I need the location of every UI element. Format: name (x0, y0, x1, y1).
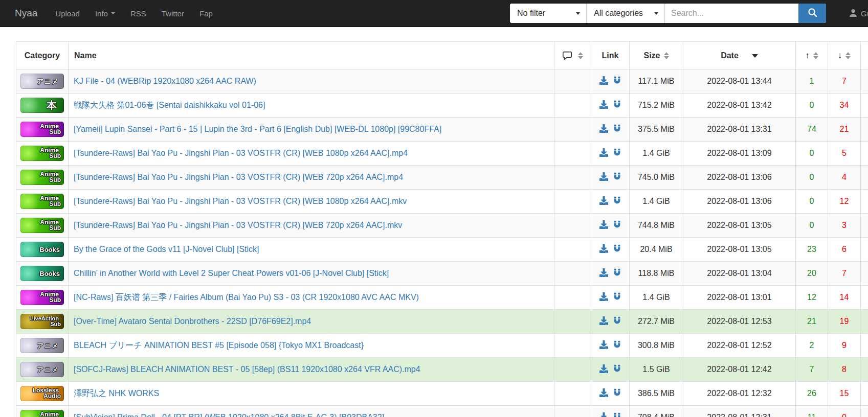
leechers-cell: 7 (828, 262, 861, 286)
torrent-name-link[interactable]: [Tsundere-Raws] Bai Yao Pu - Jingshi Pia… (74, 149, 408, 157)
download-icon[interactable] (599, 292, 608, 303)
torrent-name-link[interactable]: [Tsundere-Raws] Bai Yao Pu - Jingshi Pia… (74, 197, 407, 205)
date-cell: 2022-08-01 13:42 (683, 94, 796, 118)
torrent-name-link[interactable]: [NC-Raws] 百妖谱 第三季 / Fairies Album (Bai Y… (74, 293, 419, 302)
magnet-icon[interactable] (613, 148, 621, 159)
category-select[interactable]: All categories (587, 4, 665, 23)
magnet-icon[interactable] (613, 196, 621, 207)
magnet-icon[interactable] (613, 364, 621, 375)
magnet-icon[interactable] (613, 268, 621, 279)
download-icon[interactable] (599, 364, 608, 375)
nav-item-fap[interactable]: Fap (192, 0, 220, 27)
category-icon[interactable]: Books (20, 242, 64, 257)
magnet-icon[interactable] (613, 100, 621, 111)
seeders-cell: 0 (796, 166, 828, 190)
magnet-icon[interactable] (613, 76, 621, 87)
magnet-icon[interactable] (613, 220, 621, 231)
torrent-name-link[interactable]: 戦隊大失格 第01-06巻 [Sentai daishikkaku vol 01… (74, 101, 265, 109)
category-icon[interactable]: AnimeSub (20, 194, 64, 209)
magnet-icon[interactable] (613, 244, 621, 255)
download-icon[interactable] (599, 124, 608, 135)
torrent-name-link[interactable]: [Tsundere-Raws] Bai Yao Pu - Jingshi Pia… (74, 221, 402, 229)
nav-item-upload[interactable]: Upload (48, 0, 87, 27)
category-icon[interactable]: LosslessAudio (20, 386, 64, 401)
table-row: AnimeSub [Tsundere-Raws] Bai Yao Pu - Ji… (16, 166, 868, 190)
seeders-cell: 21 (796, 310, 828, 334)
download-icon[interactable] (599, 316, 608, 327)
category-icon[interactable]: Books (20, 266, 64, 281)
completed-cell (861, 214, 868, 238)
category-icon[interactable]: AnimeSub (20, 218, 64, 233)
torrent-name-link[interactable]: [SOFCJ-Raws] BLEACH ANIMATION BEST - 05 … (74, 365, 420, 374)
download-icon[interactable] (599, 340, 608, 351)
torrent-name-link[interactable]: [Yameii] Lupin Sansei - Part 6 - 15 | Lu… (74, 125, 441, 133)
download-icon[interactable] (599, 220, 608, 231)
download-icon[interactable] (599, 244, 608, 255)
header-date[interactable]: Date (683, 42, 796, 70)
category-icon[interactable]: AnimeSub (20, 122, 64, 137)
header-comments[interactable] (554, 42, 591, 70)
completed-cell (861, 142, 868, 166)
download-icon[interactable] (599, 388, 608, 399)
torrent-list: Category Name Link Size Date (16, 41, 868, 417)
category-cell: AnimeSub (16, 190, 69, 214)
torrent-name-link[interactable]: Chillin’ in Another World with Level 2 S… (74, 269, 389, 277)
magnet-icon[interactable] (613, 340, 621, 351)
link-cell (591, 166, 630, 190)
torrent-name-link[interactable]: [SubVision] Prima Doll - 04 [PT-BR] (WEB… (74, 413, 384, 417)
category-icon[interactable]: アニメ (20, 362, 64, 377)
download-icon[interactable] (599, 412, 608, 417)
category-icon[interactable]: AnimeSub (20, 170, 64, 185)
magnet-icon[interactable] (613, 316, 621, 327)
name-cell: Chillin’ in Another World with Level 2 S… (69, 262, 554, 286)
filter-select[interactable]: No filter (510, 4, 587, 23)
nav-item-rss[interactable]: RSS (123, 0, 154, 27)
torrent-name-link[interactable]: KJ File - 04 (WEBRip 1920x1080 x264 AAC … (74, 77, 256, 85)
torrent-name-link[interactable]: By the Grace of the Gods v11 [J-Novel Cl… (74, 245, 259, 253)
category-icon[interactable]: アニメ (20, 74, 64, 89)
header-seeders[interactable]: ↑ (796, 42, 828, 70)
completed-cell (861, 94, 868, 118)
link-cell (591, 142, 630, 166)
torrent-name-link[interactable]: [Tsundere-Raws] Bai Yao Pu - Jingshi Pia… (74, 173, 403, 181)
link-cell (591, 286, 630, 310)
download-icon[interactable] (599, 172, 608, 183)
header-leechers[interactable]: ↓ (828, 42, 861, 70)
category-cell: AnimeSub (16, 166, 69, 190)
download-icon[interactable] (599, 196, 608, 207)
magnet-icon[interactable] (613, 388, 621, 399)
category-icon[interactable]: 本 (20, 98, 64, 113)
magnet-icon[interactable] (613, 172, 621, 183)
download-icon[interactable] (599, 76, 608, 87)
size-cell: 744.8 MiB (630, 214, 683, 238)
magnet-icon[interactable] (613, 412, 621, 417)
category-icon[interactable]: アニメ (20, 338, 64, 353)
download-icon[interactable] (599, 268, 608, 279)
completed-cell (861, 190, 868, 214)
sort-arrows-icon (578, 52, 583, 59)
download-icon[interactable] (599, 148, 608, 159)
comments-cell (554, 382, 591, 406)
search-button[interactable] (798, 4, 826, 23)
header-size[interactable]: Size (630, 42, 683, 70)
brand-link[interactable]: Nyaa (15, 8, 37, 19)
torrent-name-link[interactable]: 澤野弘之 NHK WORKS (74, 389, 159, 398)
category-icon[interactable]: LiveActionSub (20, 314, 64, 329)
user-menu[interactable]: Guest (849, 0, 868, 27)
magnet-icon[interactable] (613, 292, 621, 303)
nav-item-twitter[interactable]: Twitter (154, 0, 192, 27)
down-arrow-icon: ↓ (838, 51, 842, 60)
seeders-cell: 0 (796, 142, 828, 166)
torrent-name-link[interactable]: [Over-Time] Avataro Sentai Donbrothers -… (74, 317, 311, 326)
magnet-icon[interactable] (613, 124, 621, 135)
search-input[interactable] (665, 4, 798, 23)
seeders-cell: 0 (796, 214, 828, 238)
category-icon[interactable]: AnimeSub (20, 410, 64, 417)
nav-item-info[interactable]: Info (87, 0, 123, 27)
category-icon[interactable]: AnimeSub (20, 146, 64, 161)
link-cell (591, 310, 630, 334)
seeders-cell: 1 (796, 70, 828, 94)
torrent-name-link[interactable]: BLEACH ブリーチ ANIMATION BEST #5 [Episode 0… (74, 341, 364, 350)
category-icon[interactable]: AnimeSub (20, 290, 64, 305)
download-icon[interactable] (599, 100, 608, 111)
